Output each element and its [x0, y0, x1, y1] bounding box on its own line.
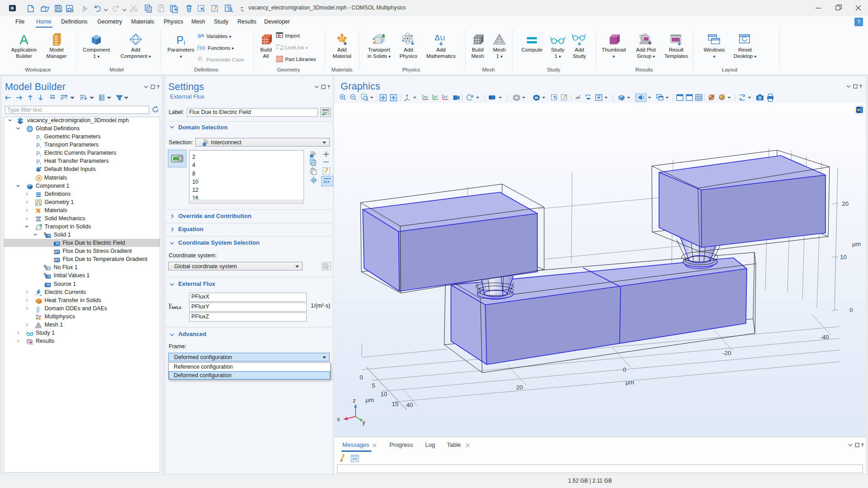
- svg-text:µm: µm: [852, 241, 861, 247]
- svg-text:15: 15: [392, 401, 398, 407]
- svg-text:10: 10: [380, 391, 387, 398]
- svg-text:40: 40: [406, 402, 413, 408]
- svg-text:10: 10: [840, 254, 847, 261]
- svg-text:xz: xz: [444, 95, 448, 99]
- svg-text:i: i: [40, 145, 41, 149]
- svg-text:i: i: [184, 38, 185, 46]
- svg-text:i: i: [40, 161, 41, 166]
- svg-text:Δ: Δ: [435, 33, 440, 42]
- svg-text:-40: -40: [820, 334, 829, 341]
- svg-text:0: 0: [623, 366, 626, 373]
- svg-text:P: P: [176, 34, 184, 46]
- svg-text:x: x: [337, 416, 340, 422]
- svg-text:P: P: [36, 151, 40, 157]
- svg-text:0: 0: [360, 374, 363, 381]
- svg-text:i: i: [40, 153, 41, 157]
- svg-text:A: A: [19, 33, 28, 47]
- svg-text:(x): (x): [199, 45, 205, 50]
- svg-text:dt: dt: [36, 309, 39, 313]
- svg-text:y: y: [362, 419, 365, 426]
- svg-text:P: P: [198, 56, 202, 62]
- svg-text:z: z: [353, 397, 356, 404]
- svg-text:xy: xy: [424, 95, 428, 99]
- svg-text:+: +: [35, 293, 37, 296]
- svg-text:U: U: [440, 34, 445, 42]
- svg-text:P: P: [36, 159, 40, 165]
- svg-text:P: P: [36, 134, 40, 141]
- svg-text:-20: -20: [722, 350, 731, 356]
- svg-text:i: i: [202, 58, 203, 63]
- svg-text:i: i: [40, 137, 41, 141]
- svg-text:0: 0: [849, 307, 853, 313]
- svg-text:µm: µm: [626, 379, 634, 386]
- svg-text:P: P: [36, 142, 40, 149]
- svg-text:µm: µm: [365, 397, 374, 403]
- svg-text:20: 20: [842, 200, 849, 207]
- svg-text:20: 20: [516, 384, 523, 391]
- svg-text:yz: yz: [434, 95, 438, 99]
- svg-text:5: 5: [372, 382, 375, 389]
- svg-text:a: a: [198, 32, 201, 39]
